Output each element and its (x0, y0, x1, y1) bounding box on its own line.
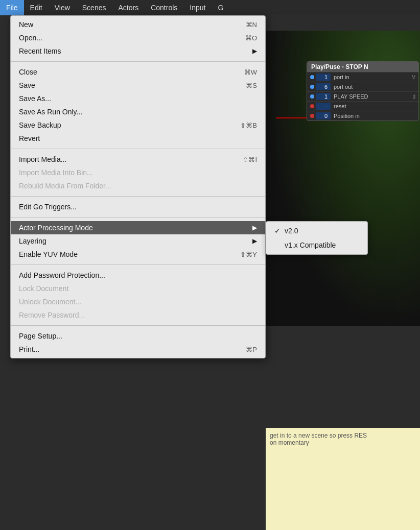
menu-item-recent-items[interactable]: Recent Items ▶ (11, 44, 265, 58)
port-label: port out (334, 84, 415, 90)
port-label: Position in (334, 113, 415, 119)
menu-separator (11, 61, 265, 62)
checkmark-icon: ✓ (274, 227, 283, 235)
arrow-icon: ▶ (252, 47, 257, 55)
node-row: - reset (307, 101, 418, 111)
port-label: reset (334, 103, 415, 109)
node-box: Play/Puse - STOP N 1 port in V 6 port ou… (307, 61, 419, 121)
file-menu-dropdown: New ⌘N Open... ⌘O Recent Items ▶ Close ⌘… (10, 15, 266, 358)
notes-area: get in to a new scene so press RES on mo… (266, 428, 420, 530)
port-extra: V (412, 75, 415, 80)
actor-processing-submenu: ✓ v2.0 ✓ v1.x Compatible (266, 221, 368, 255)
port-dot (310, 104, 314, 108)
node-editor-area: Play/Puse - STOP N 1 port in V 6 port ou… (266, 31, 420, 326)
arrow-icon: ▶ (252, 237, 257, 245)
menu-item-revert[interactable]: Revert (11, 132, 265, 145)
menu-actors[interactable]: Actors (112, 0, 145, 15)
menu-item-remove-password: Remove Password... (11, 308, 265, 322)
menu-item-new[interactable]: New ⌘N (11, 18, 265, 31)
menu-item-actor-processing-mode[interactable]: Actor Processing Mode ▶ ✓ v2.0 ✓ v1.x Co… (11, 221, 265, 234)
menu-item-page-setup[interactable]: Page Setup... (11, 329, 265, 343)
menu-item-save-as[interactable]: Save As... (11, 92, 265, 105)
notes-text: get in to a new scene so press RES (270, 432, 367, 439)
menu-separator (11, 149, 265, 149)
port-value: - (316, 103, 331, 110)
menubar: File Edit View Scenes Actors Controls In… (0, 0, 420, 15)
menu-file[interactable]: File (0, 0, 24, 15)
menu-item-enable-yuv-mode[interactable]: Enable YUV Mode ⇧⌘Y (11, 248, 265, 261)
port-label: port in (334, 74, 410, 80)
menu-item-close[interactable]: Close ⌘W (11, 65, 265, 79)
menu-edit[interactable]: Edit (24, 0, 49, 15)
node-row: 0 Position in (307, 111, 418, 121)
menu-item-rebuild-media: Rebuild Media From Folder... (11, 179, 265, 192)
port-dot (310, 114, 314, 118)
menu-item-layering[interactable]: Layering ▶ (11, 234, 265, 248)
menu-separator (11, 196, 265, 197)
port-value: 1 (316, 74, 331, 81)
menu-separator (11, 325, 265, 326)
menu-item-save[interactable]: Save ⌘S (11, 79, 265, 92)
menu-item-edit-go-triggers[interactable]: Edit Go Triggers... (11, 200, 265, 213)
port-extra: d (412, 94, 415, 100)
menu-g[interactable]: G (212, 0, 229, 15)
port-value: 6 (316, 83, 331, 90)
node-row: 6 port out (307, 82, 418, 91)
menu-controls[interactable]: Controls (145, 0, 183, 15)
menu-item-save-backup[interactable]: Save Backup ⇧⌘B (11, 118, 265, 132)
menu-input[interactable]: Input (183, 0, 212, 15)
menu-item-open[interactable]: Open... ⌘O (11, 31, 265, 44)
menu-scenes[interactable]: Scenes (76, 0, 112, 15)
port-label: PLAY SPEED (334, 93, 410, 100)
arrow-icon: ▶ (252, 224, 257, 231)
menu-item-import-media[interactable]: Import Media... ⇧⌘I (11, 153, 265, 166)
menu-separator (11, 264, 265, 265)
menu-view[interactable]: View (49, 0, 76, 15)
node-title: Play/Puse - STOP N (307, 62, 418, 72)
port-dot (310, 85, 314, 89)
port-value: 0 (316, 112, 331, 119)
submenu-item-v2[interactable]: ✓ v2.0 (266, 224, 367, 238)
node-row: 1 port in V (307, 72, 418, 82)
menu-item-save-as-run-only[interactable]: Save As Run Only... (11, 105, 265, 118)
menu-item-add-password[interactable]: Add Password Protection... (11, 269, 265, 282)
node-row: 1 PLAY SPEED d (307, 91, 418, 101)
menu-item-lock-document: Lock Document (11, 282, 265, 295)
submenu-item-v1x[interactable]: ✓ v1.x Compatible (266, 238, 367, 252)
menu-item-import-media-bin: Import Media Into Bin... (11, 166, 265, 179)
port-value: 1 (316, 93, 331, 100)
port-dot (310, 75, 314, 79)
notes-subtext: on momentary (270, 439, 309, 446)
menu-separator (11, 217, 265, 218)
port-dot (310, 94, 314, 99)
menu-item-print[interactable]: Print... ⌘P (11, 343, 265, 356)
menu-item-unlock-document: Unlock Document... (11, 295, 265, 308)
